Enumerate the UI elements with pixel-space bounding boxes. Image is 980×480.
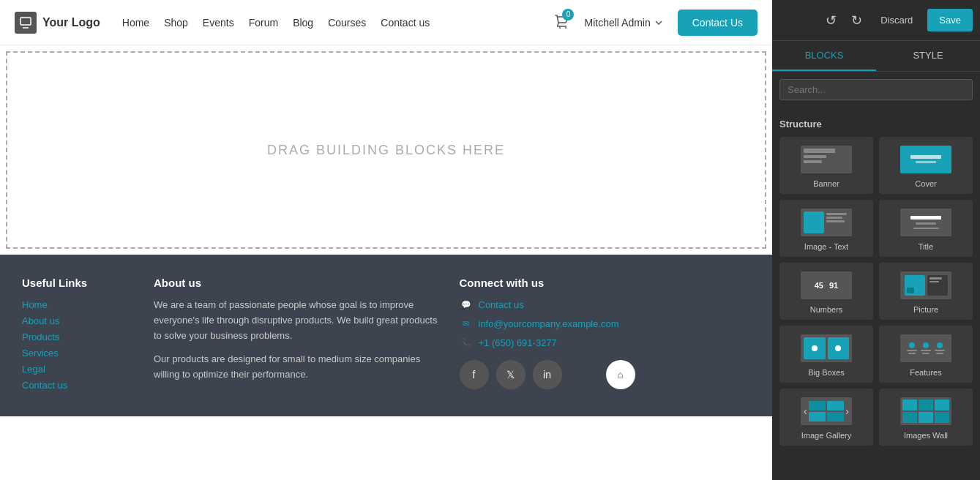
list-item: About us xyxy=(22,314,139,327)
search-input[interactable] xyxy=(779,79,973,100)
block-title[interactable]: Title xyxy=(879,200,973,257)
block-numbers-preview: 45 91 xyxy=(797,269,856,301)
block-numbers[interactable]: 45 91 Numbers xyxy=(779,263,873,320)
footer-about-col: About us We are a team of passionate peo… xyxy=(154,277,445,394)
connect-phone-text: +1 (650) 691-3277 xyxy=(479,337,557,348)
nav-blog[interactable]: Blog xyxy=(293,17,313,29)
undo-button[interactable]: ↺ xyxy=(822,9,840,32)
block-cover-preview xyxy=(897,143,955,176)
admin-dropdown[interactable]: Mitchell Admin xyxy=(584,17,662,29)
connect-email-text: info@yourcompany.example.com xyxy=(479,318,619,329)
editor-canvas: DRAG BUILDING BLOCKS HERE Useful Links H… xyxy=(0,45,772,480)
block-features-label: Features xyxy=(910,368,941,377)
home-button[interactable]: ⌂ xyxy=(606,360,635,389)
link-about[interactable]: About us xyxy=(22,315,59,326)
cart-badge: 0 xyxy=(562,9,574,20)
list-item: Products xyxy=(22,330,139,343)
right-panel: ↺ ↻ Discard Save BLOCKS STYLE Structure xyxy=(772,0,980,480)
block-image-gallery-preview: ‹ › xyxy=(797,394,856,427)
nav-forum[interactable]: Forum xyxy=(249,17,278,29)
block-image-gallery[interactable]: ‹ › Image Gallery xyxy=(779,389,873,446)
connect-contact-link[interactable]: 💬 Contact us xyxy=(460,298,751,311)
footer-connect-col: Connect with us 💬 Contact us ✉ info@your… xyxy=(460,277,751,394)
link-services[interactable]: Services xyxy=(22,348,59,359)
block-big-boxes[interactable]: Big Boxes xyxy=(779,326,873,383)
connect-title: Connect with us xyxy=(460,277,751,289)
block-banner-preview xyxy=(797,143,856,176)
panel-toolbar: ↺ ↻ Discard Save xyxy=(772,0,980,41)
block-banner[interactable]: Banner xyxy=(779,137,873,194)
save-button[interactable]: Save xyxy=(927,9,973,31)
block-banner-label: Banner xyxy=(813,179,839,188)
nav-home[interactable]: Home xyxy=(122,17,149,29)
nav-contact[interactable]: Contact us xyxy=(381,17,430,29)
admin-name: Mitchell Admin xyxy=(584,17,650,29)
blocks-grid: Banner Cover xyxy=(779,137,973,446)
nav-shop[interactable]: Shop xyxy=(164,17,188,29)
drop-zone-text: DRAG BUILDING BLOCKS HERE xyxy=(267,143,505,158)
block-title-preview xyxy=(897,206,955,239)
logo[interactable]: Your Logo xyxy=(15,12,100,34)
redo-button[interactable]: ↻ xyxy=(848,9,866,32)
connect-phone-link[interactable]: 📞 +1 (650) 691-3277 xyxy=(460,336,751,349)
email-icon: ✉ xyxy=(460,317,473,330)
useful-links-title: Useful Links xyxy=(22,277,139,289)
footer-useful-links-col: Useful Links Home About us Products Serv… xyxy=(22,277,139,394)
section-title: Structure xyxy=(779,119,973,130)
block-picture-preview xyxy=(897,269,955,301)
link-products[interactable]: Products xyxy=(22,331,59,342)
block-cover[interactable]: Cover xyxy=(879,137,973,194)
discard-button[interactable]: Discard xyxy=(873,11,920,29)
list-item: Services xyxy=(22,346,139,359)
drop-zone[interactable]: DRAG BUILDING BLOCKS HERE xyxy=(6,51,766,249)
nav-courses[interactable]: Courses xyxy=(328,17,366,29)
block-image-text-label: Image - Text xyxy=(804,242,848,251)
navbar: Your Logo Home Shop Events Forum Blog Co… xyxy=(0,0,772,45)
nav-events[interactable]: Events xyxy=(203,17,234,29)
block-image-text-preview xyxy=(797,206,856,239)
contact-us-button[interactable]: Contact Us xyxy=(678,10,758,36)
block-big-boxes-preview xyxy=(797,331,856,364)
navbar-right: 0 Mitchell Admin Contact Us xyxy=(553,10,758,36)
panel-content: Structure Banner xyxy=(772,108,980,480)
svg-rect-0 xyxy=(20,18,31,25)
svg-point-3 xyxy=(565,27,566,29)
social-icons: f 𝕏 in ⌂ xyxy=(460,360,751,389)
linkedin-button[interactable]: in xyxy=(533,360,562,389)
block-numbers-label: Numbers xyxy=(810,305,843,314)
chat-icon: 💬 xyxy=(460,298,473,311)
tab-blocks[interactable]: BLOCKS xyxy=(772,41,876,71)
twitter-button[interactable]: 𝕏 xyxy=(496,360,525,389)
link-home[interactable]: Home xyxy=(22,299,48,310)
about-text-1: We are a team of passionate people whose… xyxy=(154,298,445,343)
about-title: About us xyxy=(154,277,445,289)
svg-point-2 xyxy=(559,27,561,29)
facebook-button[interactable]: f xyxy=(460,360,489,389)
list-item: Legal xyxy=(22,362,139,375)
block-features[interactable]: Features xyxy=(879,326,973,383)
panel-search xyxy=(772,72,980,108)
block-image-gallery-label: Image Gallery xyxy=(801,431,851,440)
block-picture[interactable]: Picture xyxy=(879,263,973,320)
connect-email-link[interactable]: ✉ info@yourcompany.example.com xyxy=(460,317,751,330)
about-text-2: Our products are designed for small to m… xyxy=(154,352,445,383)
block-features-preview xyxy=(897,331,955,364)
panel-tabs: BLOCKS STYLE xyxy=(772,41,980,72)
block-cover-label: Cover xyxy=(915,179,936,188)
list-item: Contact us xyxy=(22,378,139,391)
link-contact[interactable]: Contact us xyxy=(22,380,67,391)
logo-icon xyxy=(15,12,37,34)
cart-icon[interactable]: 0 xyxy=(553,13,569,32)
block-image-text[interactable]: Image - Text xyxy=(779,200,873,257)
block-images-wall-label: Images Wall xyxy=(904,431,948,440)
navbar-nav: Home Shop Events Forum Blog Courses Cont… xyxy=(122,17,554,29)
list-item: Home xyxy=(22,298,139,311)
block-title-label: Title xyxy=(919,242,933,251)
connect-contact-text: Contact us xyxy=(479,299,524,310)
link-legal[interactable]: Legal xyxy=(22,364,45,375)
footer: Useful Links Home About us Products Serv… xyxy=(0,255,772,416)
block-images-wall-preview xyxy=(897,394,955,427)
block-images-wall[interactable]: Images Wall xyxy=(879,389,973,446)
tab-style[interactable]: STYLE xyxy=(876,41,980,71)
footer-links-list: Home About us Products Services Legal Co… xyxy=(22,298,139,391)
